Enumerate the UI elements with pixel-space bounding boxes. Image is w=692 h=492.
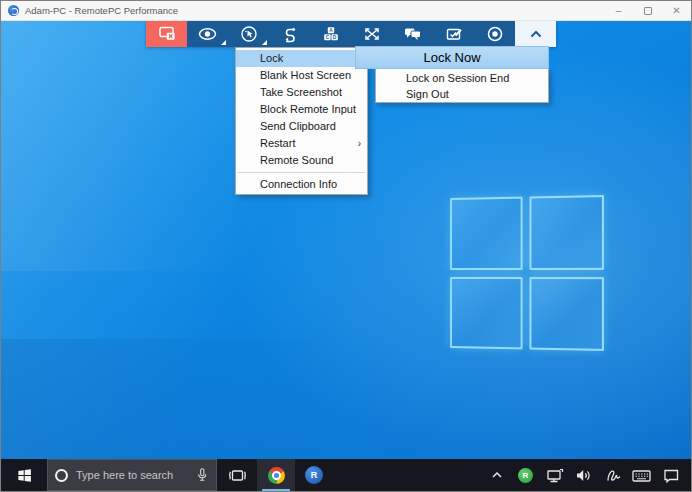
search-placeholder: Type here to search	[76, 469, 173, 481]
disconnect-button[interactable]	[146, 21, 187, 47]
window-controls: – ✕	[604, 1, 691, 20]
menu-item-block-remote-input[interactable]: Block Remote Input	[236, 101, 367, 118]
svg-text:D: D	[332, 35, 336, 40]
expand-arrows-icon	[362, 25, 382, 43]
submenu-item-lock-on-session-end[interactable]: Lock on Session End	[376, 70, 548, 86]
taskbar-chrome-button[interactable]	[257, 459, 295, 491]
maximize-icon	[644, 7, 652, 15]
view-options-button[interactable]	[187, 21, 228, 47]
search-input[interactable]: Type here to search	[47, 459, 217, 491]
lock-submenu: Lock on Session End Sign Out	[375, 69, 549, 103]
chat-bubbles-icon	[402, 25, 423, 43]
wallpaper-shadow	[1, 339, 501, 459]
record-button[interactable]	[474, 21, 515, 47]
disconnect-icon	[157, 25, 177, 43]
submenu-item-lock-now[interactable]: Lock Now	[355, 46, 549, 69]
menu-item-restart[interactable]: Restart ›	[236, 135, 367, 152]
remote-control-menu: Lock Blank Host Screen Take Screenshot B…	[235, 47, 368, 195]
microphone-icon	[194, 467, 210, 484]
submenu-arrow-icon: ›	[358, 135, 361, 152]
pointer-circle-icon	[239, 25, 259, 43]
logo-pane	[450, 276, 522, 349]
show-hidden-icons-button[interactable]	[482, 459, 511, 491]
dropdown-corner-icon	[262, 40, 267, 45]
system-tray: R	[482, 459, 691, 491]
logo-pane	[529, 277, 604, 351]
remotepc-icon: R	[305, 466, 323, 484]
network-icon	[545, 467, 564, 484]
menu-item-connection-info[interactable]: Connection Info	[236, 176, 367, 193]
remote-control-button[interactable]	[228, 21, 269, 47]
menu-item-blank-host-screen[interactable]: Blank Host Screen	[236, 67, 367, 84]
remotepc-tray-icon: R	[518, 468, 533, 483]
window-title: Adam-PC - RemotePC Performance	[25, 5, 178, 16]
maximize-button[interactable]	[633, 1, 662, 20]
submenu-item-sign-out[interactable]: Sign Out	[376, 86, 548, 102]
dropdown-corner-icon	[221, 40, 226, 45]
keyboard-language-button[interactable]: A C D	[310, 21, 351, 47]
menu-separator	[238, 172, 365, 173]
keyboard-icon	[631, 467, 652, 484]
titlebar: Adam-PC - RemotePC Performance – ✕	[1, 1, 691, 21]
whiteboard-pen-icon	[444, 25, 464, 43]
logo-pane	[450, 197, 522, 270]
session-toolbar: A C D	[146, 21, 556, 47]
windows-wallpaper-logo	[450, 195, 604, 351]
speaker-icon	[574, 467, 593, 484]
close-button[interactable]: ✕	[662, 1, 691, 20]
chrome-icon	[268, 467, 285, 484]
taskbar: Type here to search R	[1, 459, 691, 491]
file-transfer-button[interactable]	[269, 21, 310, 47]
ink-pen-icon	[604, 467, 621, 484]
chevron-up-icon	[527, 26, 545, 42]
touch-keyboard-button[interactable]	[627, 459, 656, 491]
action-center-button[interactable]	[656, 459, 685, 491]
taskbar-remotepc-button[interactable]: R	[295, 459, 333, 491]
svg-text:A: A	[329, 28, 333, 33]
remotepc-app-icon	[8, 5, 19, 16]
fullscreen-button[interactable]	[351, 21, 392, 47]
volume-button[interactable]	[569, 459, 598, 491]
cortana-icon	[55, 469, 68, 482]
remote-session-window: Adam-PC - RemotePC Performance – ✕	[0, 0, 692, 492]
task-view-icon	[228, 467, 247, 484]
whiteboard-button[interactable]	[433, 21, 474, 47]
microphone-button[interactable]	[194, 467, 210, 484]
network-button[interactable]	[540, 459, 569, 491]
menu-item-remote-sound[interactable]: Remote Sound	[236, 152, 367, 169]
start-button[interactable]	[1, 459, 47, 491]
menu-item-take-screenshot[interactable]: Take Screenshot	[236, 84, 367, 101]
task-view-button[interactable]	[217, 459, 257, 491]
menu-item-restart-label: Restart	[260, 137, 295, 149]
logo-pane	[529, 195, 604, 269]
svg-text:C: C	[325, 35, 329, 40]
abcd-blocks-icon: A C D	[321, 25, 341, 43]
minimize-button[interactable]: –	[604, 1, 633, 20]
windows-ink-button[interactable]	[598, 459, 627, 491]
windows-start-icon	[16, 467, 33, 484]
sync-arrows-icon	[280, 25, 300, 43]
record-icon	[485, 25, 505, 43]
remote-desktop[interactable]: A C D	[1, 21, 691, 459]
chat-button[interactable]	[392, 21, 433, 47]
action-center-icon	[662, 467, 680, 484]
menu-item-lock[interactable]: Lock	[236, 50, 367, 67]
menu-item-send-clipboard[interactable]: Send Clipboard	[236, 118, 367, 135]
eye-icon	[197, 25, 218, 43]
remotepc-tray-button[interactable]: R	[511, 459, 540, 491]
collapse-toolbar-button[interactable]	[515, 21, 556, 47]
chevron-up-icon	[490, 469, 504, 481]
